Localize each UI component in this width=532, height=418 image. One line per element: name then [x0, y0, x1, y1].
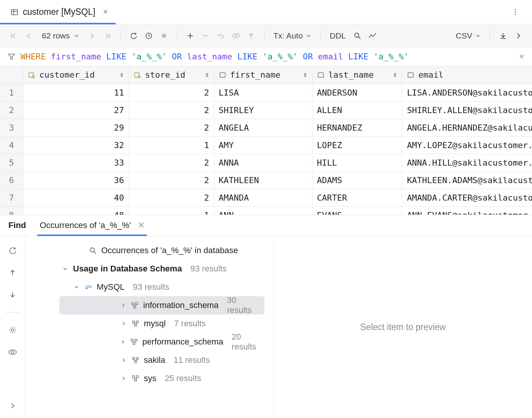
occurrences-tab[interactable]: Occurrences of 'a_%_%' ✕ [40, 215, 145, 236]
tree-db[interactable]: MySQL 93 results [25, 278, 274, 296]
row-count-dropdown[interactable]: 62 rows [38, 31, 83, 40]
more-icon[interactable] [509, 6, 521, 18]
schema-item-sys[interactable]: sys25 results [59, 369, 264, 388]
cell-first_name[interactable]: ANGELA [214, 119, 312, 136]
next-result-icon[interactable] [6, 289, 19, 301]
cell-store_id[interactable]: 2 [129, 84, 214, 101]
sort-icon[interactable] [205, 72, 209, 78]
column-header-last_name[interactable]: last_name [312, 66, 402, 84]
cell-last_name[interactable]: CARTER [312, 189, 402, 206]
ddl-button[interactable]: DDL [328, 31, 348, 40]
download-icon[interactable] [497, 30, 509, 42]
cell-first_name[interactable]: ANNA [214, 154, 312, 171]
history-icon[interactable] [143, 30, 155, 42]
column-header-customer_id[interactable]: customer_id [23, 66, 129, 84]
svg-rect-61 [136, 357, 139, 359]
cell-store_id[interactable]: 2 [129, 189, 214, 206]
svg-point-42 [11, 351, 14, 353]
cell-first_name[interactable]: ANN [214, 206, 312, 215]
cell-first_name[interactable]: LISA [214, 84, 312, 101]
cell-last_name[interactable]: ALLEN [312, 101, 402, 119]
column-header-store_id[interactable]: store_id [129, 66, 214, 84]
cell-store_id[interactable]: 2 [129, 171, 214, 189]
table-row[interactable]: 8481ANNEVANSANN.EVANS@sakilacustomer.org [0, 206, 532, 215]
close-tab-icon[interactable]: ✕ [103, 8, 108, 16]
cell-last_name[interactable]: LOPEZ [312, 136, 402, 154]
add-row-icon[interactable] [184, 30, 196, 42]
cell-email[interactable]: ANN.EVANS@sakilacustomer.org [402, 206, 532, 215]
cell-email[interactable]: LISA.ANDERSON@sakilacustomer.org [402, 84, 532, 101]
filter-bar[interactable]: WHERE first_name LIKE 'a_%_%' OR last_na… [0, 47, 532, 66]
tx-mode-dropdown[interactable]: Tx: Auto [271, 31, 314, 40]
cell-store_id[interactable]: 2 [129, 119, 214, 136]
svg-point-40 [11, 329, 14, 331]
preview-toggle-icon[interactable] [6, 346, 19, 358]
results-tree[interactable]: Occurrences of 'a_%_%' in database Usage… [25, 236, 274, 418]
cell-first_name[interactable]: KATHLEEN [214, 171, 312, 189]
refresh-icon[interactable] [127, 30, 140, 42]
cell-customer_id[interactable]: 27 [23, 101, 129, 119]
row-gutter: 7 [0, 189, 23, 206]
tab-customer[interactable]: customer [MySQL] ✕ [0, 0, 116, 24]
cell-first_name[interactable]: AMY [214, 136, 312, 154]
sort-icon[interactable] [119, 72, 124, 78]
prev-result-icon[interactable] [6, 266, 19, 279]
cell-last_name[interactable]: HERNANDEZ [312, 119, 402, 136]
cell-customer_id[interactable]: 40 [23, 189, 129, 206]
cell-email[interactable]: SHIRLEY.ALLEN@sakilacustomer.org [402, 101, 532, 119]
cell-customer_id[interactable]: 36 [23, 171, 129, 189]
schema-item-performance_schema[interactable]: performance_schema20 results [59, 333, 264, 351]
cell-email[interactable]: ANGELA.HERNANDEZ@sakilacustomer.org [402, 119, 532, 136]
sort-icon[interactable] [393, 72, 397, 78]
table-row[interactable]: 5332ANNAHILLANNA.HILL@sakilacustomer.org [0, 154, 532, 171]
cell-last_name[interactable]: ADAMS [312, 171, 402, 189]
column-header-first_name[interactable]: first_name [214, 66, 312, 84]
cell-last_name[interactable]: HILL [312, 154, 402, 171]
cell-store_id[interactable]: 1 [129, 136, 214, 154]
cell-customer_id[interactable]: 11 [23, 84, 129, 101]
cell-email[interactable]: AMANDA.CARTER@sakilacustomer.org [402, 189, 532, 206]
cell-store_id[interactable]: 2 [129, 154, 214, 171]
graph-icon[interactable] [366, 30, 379, 42]
schema-item-information_schema[interactable]: information_schema30 results [59, 296, 264, 314]
cell-email[interactable]: ANNA.HILL@sakilacustomer.org [402, 154, 532, 171]
cell-email[interactable]: KATHLEEN.ADAMS@sakilacustomer.org [402, 171, 532, 189]
close-occurrences-icon[interactable]: ✕ [133, 220, 145, 230]
data-grid[interactable]: customer_idstore_idfirst_namelast_nameem… [0, 66, 532, 215]
export-format-dropdown[interactable]: CSV [454, 31, 483, 40]
sort-icon[interactable] [303, 72, 307, 78]
schema-item-sakila[interactable]: sakila11 results [59, 351, 264, 369]
overflow-right-icon[interactable] [512, 30, 524, 42]
tree-root[interactable]: Usage in Database Schema 93 results [25, 260, 274, 278]
clear-filter-icon[interactable]: ✕ [519, 53, 524, 61]
expand-right-icon[interactable] [6, 400, 19, 412]
cell-customer_id[interactable]: 33 [23, 154, 129, 171]
last-page-icon [101, 30, 113, 42]
table-row[interactable]: 6362KATHLEENADAMSKATHLEEN.ADAMS@sakilacu… [0, 171, 532, 189]
cell-first_name[interactable]: SHIRLEY [214, 101, 312, 119]
cell-customer_id[interactable]: 48 [23, 206, 129, 215]
cell-customer_id[interactable]: 29 [23, 119, 129, 136]
table-row[interactable]: 1112LISAANDERSONLISA.ANDERSON@sakilacust… [0, 84, 532, 101]
table-row[interactable]: 4321AMYLOPEZAMY.LOPEZ@sakilacustomer.org [0, 136, 532, 154]
find-tab[interactable]: Find [8, 215, 26, 236]
cell-email[interactable]: AMY.LOPEZ@sakilacustomer.org [402, 136, 532, 154]
occurrences-tab-label: Occurrences of 'a_%_%' [40, 220, 131, 230]
settings-icon[interactable] [6, 324, 19, 336]
cell-first_name[interactable]: AMANDA [214, 189, 312, 206]
svg-rect-9 [162, 34, 166, 38]
search-icon[interactable] [351, 30, 363, 42]
rerun-icon[interactable] [6, 244, 19, 257]
cell-customer_id[interactable]: 32 [23, 136, 129, 154]
table-row[interactable]: 2272SHIRLEYALLENSHIRLEY.ALLEN@sakilacust… [0, 101, 532, 119]
table-row[interactable]: 7402AMANDACARTERAMANDA.CARTER@sakilacust… [0, 189, 532, 206]
cell-last_name[interactable]: EVANS [312, 206, 402, 215]
table-row[interactable]: 3292ANGELAHERNANDEZANGELA.HERNANDEZ@saki… [0, 119, 532, 136]
find-panel: Find Occurrences of 'a_%_%' ✕ Occurrence… [0, 215, 532, 418]
cell-store_id[interactable]: 2 [129, 101, 214, 119]
cell-store_id[interactable]: 1 [129, 206, 214, 215]
column-header-email[interactable]: email [402, 66, 532, 84]
cell-last_name[interactable]: ANDERSON [312, 84, 402, 101]
schema-item-mysql[interactable]: mysql7 results [59, 314, 264, 333]
svg-rect-62 [134, 361, 137, 363]
